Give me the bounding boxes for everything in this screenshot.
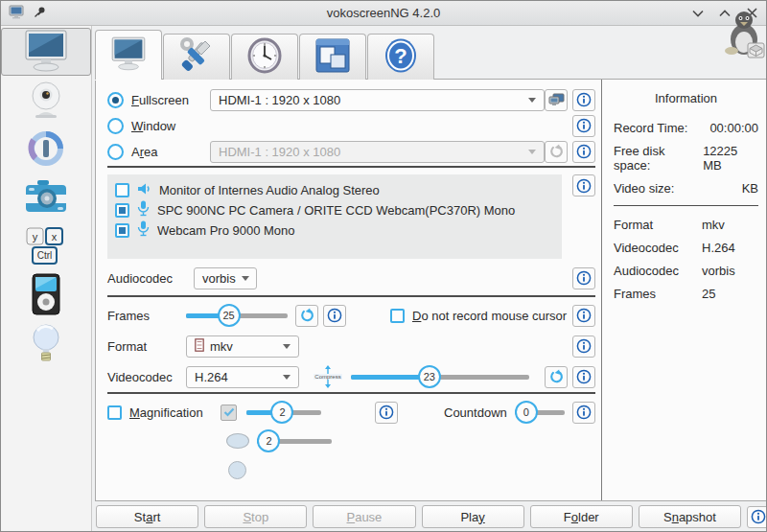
start-button[interactable]: Start bbox=[96, 505, 198, 528]
speaker-icon bbox=[137, 182, 151, 198]
window-title: vokoscreenNG 4.2.0 bbox=[1, 6, 766, 20]
fullscreen-display-select[interactable]: HDMI-1 : 1920 x 1080 bbox=[210, 89, 545, 111]
lightbulb-icon bbox=[30, 323, 62, 368]
audio-device-row[interactable]: Monitor of Internes Audio Analog Stereo bbox=[115, 180, 554, 199]
tab-settings[interactable] bbox=[163, 34, 230, 80]
audio-device-label: Webcam Pro 9000 Mono bbox=[157, 223, 295, 238]
magnifier-rect-slider-handle[interactable]: 2 bbox=[270, 401, 293, 424]
tools-icon bbox=[178, 37, 215, 77]
tab-screen[interactable] bbox=[95, 30, 162, 80]
audio-device-checkbox[interactable] bbox=[115, 223, 129, 238]
separator bbox=[614, 205, 758, 206]
sidebar-item-webcam[interactable] bbox=[1, 77, 91, 125]
buttons-info-button[interactable] bbox=[747, 506, 767, 528]
record-time-row: Record Time:00:00:00 bbox=[614, 121, 758, 135]
magnifier-rect-option[interactable] bbox=[221, 405, 237, 421]
window-radio[interactable] bbox=[107, 118, 124, 134]
frames-slider-handle[interactable]: 25 bbox=[218, 304, 241, 327]
format-info-button[interactable] bbox=[572, 335, 595, 358]
windows-icon bbox=[314, 37, 351, 77]
action-button-bar: Start Stop Pause Play Folder Snapshot bbox=[95, 501, 767, 532]
tabbar: ? bbox=[95, 30, 767, 80]
magnifier-rect-slider[interactable]: 2 bbox=[246, 401, 321, 424]
area-display-select: HDMI-1 : 1920 x 1080 bbox=[210, 141, 545, 163]
media-player-icon bbox=[31, 273, 61, 320]
chevron-down-icon bbox=[283, 344, 291, 349]
frames-slider[interactable]: 25 bbox=[186, 304, 288, 327]
app-icon bbox=[9, 5, 24, 22]
magnification-label: Magnification bbox=[129, 405, 221, 420]
play-button[interactable]: Play bbox=[422, 505, 524, 528]
countdown-info-button[interactable] bbox=[572, 402, 595, 424]
audio-device-checkbox[interactable] bbox=[115, 183, 129, 197]
audiocodec-info-row: Audiocodecvorbis bbox=[614, 264, 758, 278]
free-disk-space-row: Free disk space:12225 MB bbox=[614, 144, 758, 173]
audio-info-button[interactable] bbox=[572, 174, 595, 197]
cursor-info-button[interactable] bbox=[572, 305, 595, 327]
sidebar-item-help[interactable] bbox=[1, 321, 91, 369]
sidebar-item-player[interactable] bbox=[1, 272, 91, 320]
countdown-slider[interactable]: 0 bbox=[515, 401, 565, 424]
area-info-button[interactable] bbox=[572, 141, 595, 163]
format-select[interactable]: mkv bbox=[186, 335, 299, 358]
audio-device-row[interactable]: SPC 900NC PC Camera / ORITE CCD Webcam(P… bbox=[115, 200, 554, 220]
magnifier-ellipse-slider[interactable]: 2 bbox=[257, 429, 332, 452]
window-label: Window bbox=[131, 119, 210, 133]
folder-button[interactable]: Folder bbox=[530, 505, 633, 528]
sidebar: y x Ctrl bbox=[1, 26, 92, 532]
magnification-checkbox[interactable] bbox=[107, 405, 122, 420]
microphone-icon bbox=[137, 200, 150, 220]
tab-timer[interactable] bbox=[231, 34, 298, 80]
fullscreen-label: Fullscreen bbox=[131, 93, 210, 107]
videocodec-info-button[interactable] bbox=[572, 366, 595, 388]
clock-icon bbox=[246, 36, 283, 78]
audio-device-row[interactable]: Webcam Pro 9000 Mono bbox=[115, 220, 554, 240]
frames-info-button[interactable] bbox=[323, 305, 346, 327]
titlebar: vokoscreenNG 4.2.0 bbox=[1, 1, 766, 26]
frames-label: Frames bbox=[107, 309, 186, 323]
sidebar-item-shortcuts[interactable]: y x Ctrl bbox=[1, 223, 91, 271]
separator bbox=[107, 295, 595, 297]
sidebar-item-snapshot[interactable] bbox=[1, 174, 91, 222]
audio-device-list: Monitor of Internes Audio Analog Stereo … bbox=[107, 174, 562, 259]
identify-screens-button[interactable] bbox=[545, 89, 568, 111]
window-info-button[interactable] bbox=[572, 115, 595, 137]
compress-slider-handle[interactable]: 23 bbox=[418, 365, 441, 388]
svg-text:?: ? bbox=[394, 44, 407, 68]
shade-icon[interactable] bbox=[691, 7, 705, 20]
snapshot-button[interactable]: Snapshot bbox=[639, 505, 741, 528]
help-icon: ? bbox=[383, 36, 419, 78]
audiocodec-select[interactable]: vorbis bbox=[194, 267, 257, 289]
area-radio[interactable] bbox=[107, 144, 124, 160]
audio-device-label: SPC 900NC PC Camera / ORITE CCD Webcam(P… bbox=[157, 203, 515, 218]
tab-window[interactable] bbox=[299, 34, 366, 80]
compress-reset-button[interactable] bbox=[545, 366, 568, 388]
film-icon bbox=[195, 338, 204, 355]
monitor-icon bbox=[109, 36, 148, 74]
webcam-icon bbox=[26, 80, 66, 123]
tab-help[interactable]: ? bbox=[367, 34, 434, 80]
magnification-info-button[interactable] bbox=[375, 402, 398, 424]
sidebar-item-record-toggle[interactable] bbox=[1, 126, 91, 173]
countdown-label: Countdown bbox=[444, 405, 507, 420]
audiocodec-label: Audiocodec bbox=[107, 271, 194, 286]
fullscreen-info-button[interactable] bbox=[572, 89, 595, 111]
audiocodec-info-button[interactable] bbox=[572, 267, 595, 289]
magnifier-ellipse-slider-handle[interactable]: 2 bbox=[257, 429, 280, 452]
magnifier-circle-option[interactable] bbox=[228, 461, 246, 479]
video-size-row: Video size:KB bbox=[614, 181, 758, 196]
hotkeys-icon: y x Ctrl bbox=[21, 225, 71, 270]
audio-device-checkbox[interactable] bbox=[115, 203, 129, 218]
magnifier-ellipse-option[interactable] bbox=[226, 433, 249, 449]
fullscreen-radio[interactable] bbox=[107, 92, 124, 108]
sidebar-item-screen[interactable] bbox=[1, 28, 91, 76]
pin-icon[interactable] bbox=[34, 6, 46, 21]
format-label: Format bbox=[107, 339, 186, 354]
hide-cursor-checkbox[interactable] bbox=[390, 309, 405, 323]
videocodec-select[interactable]: H.264 bbox=[186, 366, 299, 388]
countdown-slider-handle[interactable]: 0 bbox=[515, 401, 538, 424]
compress-slider[interactable]: 23 bbox=[351, 365, 529, 388]
compress-icon: Compress bbox=[313, 365, 343, 388]
svg-text:Ctrl: Ctrl bbox=[37, 250, 53, 261]
frames-reset-button[interactable] bbox=[295, 305, 318, 327]
